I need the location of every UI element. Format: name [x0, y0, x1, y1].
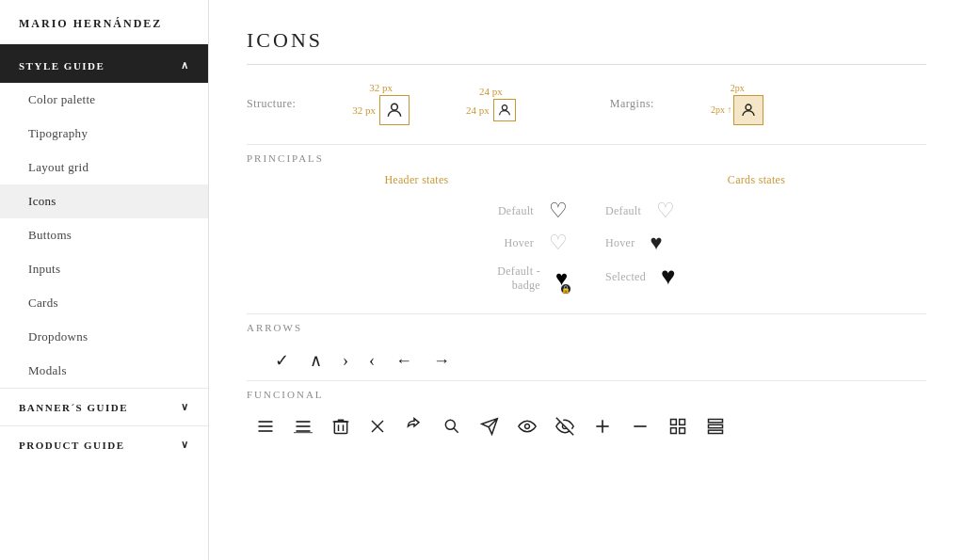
header-badge-icon: ♥ 🔒	[555, 266, 568, 291]
icon-32px-box	[379, 95, 410, 125]
dim-32px-side-label: 32 px	[352, 104, 376, 116]
eye-off-icon[interactable]	[555, 417, 574, 436]
banner-guide-label: BANNER´S GUIDE	[19, 402, 128, 413]
header-hover-label: Hover	[505, 236, 535, 250]
header-default-icon: ♡	[549, 200, 568, 221]
dim-24px-label: 24 px	[479, 86, 503, 97]
principals-grid: Header states Default ♡ Hover ♡ Default …	[247, 173, 926, 304]
dim-2px-top-label: 2px	[731, 83, 745, 93]
hamburger-icon[interactable]	[256, 417, 275, 436]
dim-24px-side-label: 24 px	[466, 104, 490, 116]
chevron-up-icon: ∧	[181, 59, 190, 72]
style-guide-label: STYLE GUIDE	[19, 60, 104, 72]
main-content: ICONS Structure: 32 px 32 px 24 px 24 px	[209, 0, 964, 560]
arrow-right[interactable]: →	[433, 351, 450, 371]
svg-rect-28	[709, 430, 723, 433]
search-icon[interactable]	[442, 417, 461, 436]
cards-states-col: Cards states Default ♡ Hover ♥ Selected …	[586, 173, 926, 304]
header-badge-label: Default -badge	[497, 264, 540, 293]
trash-icon[interactable]	[331, 417, 350, 436]
header-default-row: Default ♡	[265, 200, 568, 221]
arrow-chevron-up[interactable]: ∧	[310, 350, 322, 371]
arrows-section-header: ARROWS	[247, 313, 926, 343]
structure-label: Structure:	[247, 97, 296, 111]
header-states-col: Header states Default ♡ Hover ♡ Default …	[247, 173, 586, 304]
svg-point-1	[502, 105, 506, 110]
principals-section-header: PRINCIPALS	[247, 144, 926, 173]
svg-rect-22	[671, 420, 677, 425]
svg-rect-24	[671, 428, 677, 434]
icon-24px-box	[493, 99, 516, 121]
list-icon[interactable]	[706, 417, 725, 436]
header-hover-row: Hover ♡	[265, 232, 568, 253]
banner-guide-chevron-icon: ∨	[181, 401, 190, 413]
svg-point-15	[445, 420, 455, 429]
cards-default-icon: ♡	[656, 200, 675, 221]
svg-rect-25	[680, 428, 685, 434]
product-guide-chevron-icon: ∨	[181, 439, 190, 451]
svg-point-0	[392, 104, 398, 110]
hamburger-line-icon[interactable]	[294, 417, 313, 436]
cards-hover-row: Hover ♥	[605, 232, 908, 253]
product-guide-label: PRODUCT GUIDE	[19, 440, 125, 451]
sidebar-item-dropdowns[interactable]: Dropdowns	[0, 320, 208, 354]
structure-32px: 32 px 32 px	[352, 82, 410, 125]
cards-selected-label: Selected	[605, 270, 646, 284]
dim-2px-left-label: 2px ↑	[711, 104, 732, 115]
arrows-row: ✓ ∧ › ‹ ← →	[247, 343, 926, 376]
funcional-section-header: FUNCIONAL	[247, 380, 926, 409]
cards-selected-row: Selected ♥	[605, 264, 908, 289]
svg-line-16	[454, 428, 458, 433]
sidebar-item-buttoms[interactable]: Buttoms	[0, 218, 208, 252]
svg-point-2	[746, 104, 751, 110]
style-guide-section[interactable]: STYLE GUIDE ∧	[0, 46, 208, 83]
arrow-chevron-down[interactable]: ✓	[275, 350, 289, 371]
sidebar-item-inputs[interactable]: Inputs	[0, 252, 208, 286]
cards-hover-label: Hover	[605, 236, 635, 250]
svg-rect-26	[709, 420, 723, 423]
page-title: ICONS	[247, 28, 926, 65]
svg-point-17	[525, 424, 530, 429]
margin-icon-box	[733, 95, 763, 125]
sidebar-item-color-palette[interactable]: Color palette	[0, 83, 208, 117]
header-default-label: Default	[498, 204, 534, 218]
minus-icon[interactable]	[631, 417, 650, 436]
svg-rect-23	[680, 420, 685, 425]
arrow-right-angle[interactable]: ›	[343, 351, 348, 371]
product-guide-section[interactable]: PRODUCT GUIDE ∨	[0, 425, 208, 463]
cards-states-title: Cards states	[605, 173, 908, 187]
close-icon[interactable]	[369, 418, 386, 435]
sidebar: MARIO HERNÁNDEZ STYLE GUIDE ∧ Color pale…	[0, 0, 209, 560]
share-icon[interactable]	[405, 417, 424, 436]
sidebar-item-modals[interactable]: Modals	[0, 354, 208, 388]
structure-24px: 24 px 24 px	[466, 86, 516, 121]
sidebar-item-layout-grid[interactable]: Layout grid	[0, 151, 208, 184]
plus-icon[interactable]	[593, 417, 612, 436]
cards-hover-icon: ♥	[651, 232, 663, 253]
svg-rect-10	[334, 422, 346, 434]
cards-default-label: Default	[605, 204, 641, 218]
eye-icon[interactable]	[518, 417, 537, 436]
sidebar-item-tipography[interactable]: Tipography	[0, 117, 208, 151]
margin-diagram: 2px 2px ↑	[711, 83, 764, 125]
dim-32px-label: 32 px	[369, 82, 393, 93]
svg-rect-27	[709, 424, 723, 427]
header-badge-row: Default -badge ♥ 🔒	[265, 264, 568, 293]
cards-selected-icon: ♥	[661, 264, 675, 289]
header-hover-icon: ♡	[549, 232, 568, 253]
icon-structure-diagram: Structure: 32 px 32 px 24 px 24 px	[247, 82, 926, 125]
functional-row	[247, 409, 926, 441]
sidebar-item-icons[interactable]: Icons	[0, 184, 208, 218]
arrow-left[interactable]: ←	[395, 351, 412, 371]
arrow-left-angle[interactable]: ‹	[369, 351, 375, 371]
header-states-title: Header states	[265, 173, 568, 187]
grid-icon[interactable]	[668, 417, 687, 436]
sidebar-item-cards[interactable]: Cards	[0, 286, 208, 320]
send-icon[interactable]	[480, 417, 499, 436]
margins-label: Margins:	[610, 97, 654, 111]
banner-guide-section[interactable]: BANNER´S GUIDE ∨	[0, 388, 208, 425]
cards-default-row: Default ♡	[605, 200, 908, 221]
brand-logo: MARIO HERNÁNDEZ	[0, 0, 208, 46]
